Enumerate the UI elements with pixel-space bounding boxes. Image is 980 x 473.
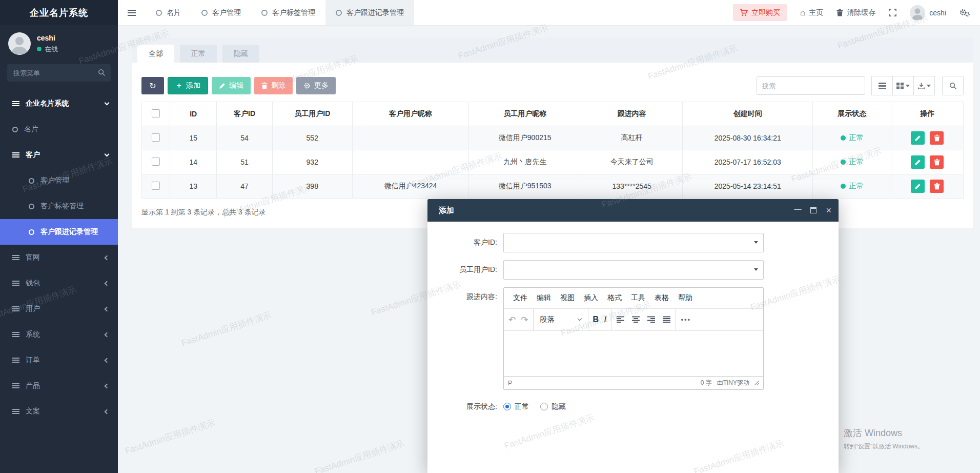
select-all-checkbox[interactable]	[152, 109, 160, 117]
editor-toolbar: ↶ ↷ 段落 B I ••	[504, 308, 763, 330]
circle-icon	[336, 10, 342, 16]
sidebar-item-copywriting[interactable]: 文案	[0, 399, 118, 424]
undo-icon[interactable]: ↶	[508, 314, 516, 325]
field-status: 展示状态: 正常隐藏	[427, 402, 839, 411]
sidebar-search	[7, 64, 111, 82]
chevron-left-icon	[105, 358, 110, 363]
menu-table[interactable]: 表格	[650, 291, 673, 305]
row-edit-button[interactable]	[911, 180, 925, 193]
row-edit-button[interactable]	[911, 131, 925, 145]
row-checkbox[interactable]	[152, 182, 160, 190]
tab-normal[interactable]: 正常	[180, 45, 217, 63]
menu-view[interactable]: 视图	[556, 291, 579, 305]
tab-customer-manage[interactable]: 客户管理	[191, 0, 251, 25]
list-icon	[12, 152, 19, 153]
delete-button[interactable]: 删除	[254, 77, 293, 94]
menu-edit[interactable]: 编辑	[533, 291, 555, 305]
menu-format[interactable]: 格式	[603, 291, 626, 305]
cell-customer-id: 47	[217, 174, 272, 199]
cell-staff-user-id: 932	[272, 150, 352, 174]
navbar-user-menu[interactable]: ceshi	[910, 5, 946, 21]
align-left-icon[interactable]	[616, 316, 625, 323]
buy-now-button[interactable]: 立即购买	[733, 4, 787, 21]
fullscreen-icon[interactable]	[889, 9, 896, 16]
redo-icon[interactable]: ↷	[521, 314, 528, 325]
sidebar-item-wallet[interactable]: 钱包	[0, 270, 118, 296]
close-icon[interactable]: ×	[826, 206, 831, 215]
menu-file[interactable]: 文件	[509, 291, 532, 305]
dialog-titlebar[interactable]: 添加 — ×	[427, 199, 839, 222]
add-button[interactable]: ＋添加	[168, 77, 208, 94]
radio-hidden[interactable]	[540, 403, 548, 410]
export-icon[interactable]	[914, 76, 935, 95]
paragraph-select[interactable]: 段落	[538, 315, 583, 324]
sidebar: 企业名片系统 ceshi 在线 企业名片系统 名片 客户 客户管理 客户标签管理…	[0, 0, 118, 473]
sidebar-item-customer[interactable]: 客户	[0, 142, 118, 168]
user-status: 在线	[37, 45, 58, 54]
more-button[interactable]: 更多	[296, 77, 336, 94]
staff-user-id-select[interactable]	[503, 260, 764, 280]
tab-customer-tag[interactable]: 客户标签管理	[251, 0, 325, 25]
chevron-left-icon	[105, 383, 110, 388]
common-search-icon[interactable]	[942, 76, 964, 95]
align-center-icon[interactable]	[631, 316, 640, 323]
edit-button[interactable]: 编辑	[212, 77, 251, 94]
clear-cache-link[interactable]: 清除缓存	[836, 8, 875, 17]
table-row[interactable]: 14 51 932 九州丶唐先生 今天来了公司 2025-07-17 16:52…	[142, 150, 964, 174]
customer-id-select[interactable]	[503, 233, 764, 252]
cell-content: 高杠杆	[581, 126, 683, 150]
sidebar-item-product[interactable]: 产品	[0, 373, 118, 399]
row-delete-button[interactable]	[930, 155, 944, 169]
refresh-button[interactable]: ↻	[141, 77, 164, 94]
editor-content-area[interactable]	[504, 330, 763, 376]
card-view-icon[interactable]	[871, 76, 893, 95]
columns-icon[interactable]	[893, 76, 914, 95]
list-icon	[12, 101, 19, 102]
cell-id: 15	[170, 126, 217, 150]
align-justify-icon[interactable]	[662, 316, 671, 323]
gears-icon[interactable]	[959, 8, 970, 17]
chevron-left-icon	[105, 409, 110, 414]
table-row[interactable]: 15 54 552 微信用户900215 高杠杆 2025-08-30 16:3…	[142, 126, 964, 150]
radio-normal[interactable]	[503, 403, 511, 410]
home-link[interactable]: ⌂主页	[800, 8, 823, 17]
menu-insert[interactable]: 插入	[580, 291, 602, 305]
search-icon[interactable]	[98, 69, 106, 76]
tab-customer-follow[interactable]: 客户跟进记录管理	[325, 0, 414, 25]
sidebar-item-customer-manage[interactable]: 客户管理	[0, 168, 118, 193]
bold-button[interactable]: B	[593, 315, 599, 324]
minimize-icon[interactable]: —	[794, 205, 801, 213]
more-tools-icon[interactable]: •••	[681, 316, 691, 324]
menu-tools[interactable]: 工具	[627, 291, 649, 305]
sidebar-item-card[interactable]: 名片	[0, 116, 118, 142]
sidebar-item-system[interactable]: 系统	[0, 322, 118, 347]
menu-search-input[interactable]	[7, 64, 111, 82]
italic-button[interactable]: I	[604, 315, 606, 324]
sidebar-item-app[interactable]: 企业名片系统	[0, 91, 118, 116]
sidebar-item-website[interactable]: 官网	[0, 245, 118, 270]
table-row[interactable]: 13 47 398 微信用户423424 微信用户951503 133****2…	[142, 174, 964, 199]
row-checkbox[interactable]	[152, 157, 160, 166]
row-delete-button[interactable]	[930, 131, 944, 145]
hamburger-menu-icon[interactable]	[118, 0, 146, 25]
row-checkbox[interactable]	[152, 133, 160, 142]
sidebar-item-customer-tag[interactable]: 客户标签管理	[0, 193, 118, 219]
cell-staff-nick: 九州丶唐先生	[469, 150, 581, 174]
tab-card[interactable]: 名片	[146, 0, 191, 25]
menu-help[interactable]: 帮助	[674, 291, 697, 305]
tab-hidden[interactable]: 隐藏	[222, 45, 259, 63]
sidebar-item-customer-follow[interactable]: 客户跟进记录管理	[0, 219, 118, 245]
sidebar-item-order[interactable]: 订单	[0, 347, 118, 373]
table-search-input[interactable]	[757, 76, 865, 95]
caret-down-icon	[927, 85, 931, 87]
align-right-icon[interactable]	[647, 316, 656, 323]
tab-all[interactable]: 全部	[137, 45, 174, 63]
circle-icon	[12, 127, 18, 132]
sidebar-item-user[interactable]: 用户	[0, 296, 118, 322]
row-delete-button[interactable]	[930, 180, 944, 193]
resize-grip-icon[interactable]	[754, 381, 759, 385]
cell-customer-id: 51	[217, 150, 272, 174]
row-edit-button[interactable]	[911, 155, 925, 169]
maximize-icon[interactable]	[810, 207, 816, 213]
cell-staff-user-id: 552	[272, 126, 352, 150]
